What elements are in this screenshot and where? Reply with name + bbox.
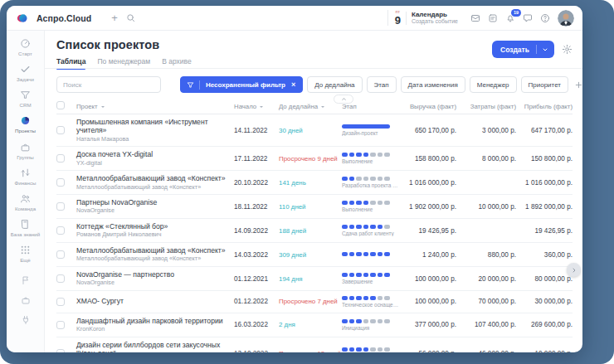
sidebar-item-icon [20, 38, 31, 49]
costs-value: 10 000,00 р. [456, 203, 516, 211]
stage-progress-bar [342, 225, 390, 229]
costs-value: 107 400,00 р. [456, 321, 516, 328]
stage-progress-bar [342, 319, 390, 323]
topbar: Аспро.Cloud + пт 9 Календарь Создать соб… [7, 6, 582, 31]
table-row[interactable]: NovaOrganise — партнерство NovaOrganise … [56, 267, 573, 291]
table-row[interactable]: ХМАО- Сургут 01.12.2022 Просрочено 7 дне… [56, 291, 573, 313]
filter-chip[interactable]: Приоритет [521, 76, 568, 93]
page-header: Список проектов Таблица По менеджерам В … [45, 31, 582, 70]
filter-chip[interactable]: Дата изменения [401, 76, 465, 93]
filter-chip[interactable]: До дедлайна [307, 76, 362, 93]
mail-icon[interactable] [470, 13, 480, 23]
stage-progress-bar [342, 124, 390, 129]
search-icon[interactable] [126, 13, 135, 22]
sidebar-item-label: Группы [17, 154, 34, 160]
scroll-right-button[interactable] [567, 263, 581, 277]
column-header-project[interactable]: Проект [76, 103, 234, 110]
brand-name: Аспро.Cloud [37, 13, 91, 23]
row-checkbox[interactable] [56, 126, 65, 134]
calendar-title: Календарь [412, 11, 458, 19]
divider [536, 45, 537, 54]
filter-funnel-icon [187, 81, 194, 89]
help-icon[interactable] [540, 13, 550, 23]
sidebar-item[interactable]: Группы [7, 142, 44, 160]
table-row[interactable]: Металлообрабатывающий завод «Конспект» М… [56, 171, 573, 195]
desktop-background: Аспро.Cloud + пт 9 Календарь Создать соб… [0, 0, 614, 364]
projects-table: Проект Начало До дедлайна Этап Выручка (… [45, 99, 582, 352]
profit-value: 150 800,00 р. [516, 155, 573, 163]
row-checkbox[interactable] [56, 321, 65, 329]
revenue-value: 1 902 000,00 р. [405, 203, 456, 211]
table-row[interactable]: Ландшафтный дизайн парковой территории K… [56, 313, 573, 337]
column-header-revenue[interactable]: Выручка (факт) [405, 103, 456, 110]
column-header-profit[interactable]: Прибыль (факт) [516, 103, 573, 110]
table-row[interactable]: Металлообрабатывающий завод «Конспект» М… [56, 243, 573, 267]
column-header-stage[interactable]: Этап [342, 103, 405, 110]
user-avatar[interactable] [558, 10, 574, 27]
row-checkbox[interactable] [56, 274, 65, 283]
column-header-deadline[interactable]: До дедлайна [279, 103, 342, 110]
active-filter-chip[interactable]: Несохраненный фильтр × [180, 76, 303, 93]
table-body: Промышленная компания «Инструмент учител… [56, 114, 573, 352]
table-row[interactable]: Промышленная компания «Инструмент учител… [56, 114, 573, 147]
row-checkbox[interactable] [56, 202, 65, 211]
sidebar-extra-icon[interactable] [21, 315, 31, 325]
table-row[interactable]: Коттедж «Стеклянный бор» Романов Дмитрий… [56, 219, 573, 243]
deadline-value: 141 день [279, 179, 342, 187]
sidebar-item[interactable]: Проекты [7, 115, 44, 133]
start-date: 13.10.2022 [234, 350, 279, 352]
calendar-widget[interactable]: пт 9 Календарь Создать событие [387, 10, 463, 26]
notes-icon[interactable] [488, 13, 498, 23]
calendar-create-event[interactable]: Создать событие [412, 18, 458, 25]
row-checkbox[interactable] [56, 250, 65, 259]
project-subtitle: NovaOrganise [76, 279, 229, 287]
search-input[interactable] [56, 76, 161, 93]
sidebar-extra-icon[interactable] [21, 295, 31, 305]
column-header-start[interactable]: Начало [234, 103, 279, 110]
sidebar-item[interactable]: Старт [7, 38, 44, 56]
stage-progress-bar [342, 252, 390, 256]
table-row[interactable]: Доска почета YX-digital YX-digital 17.11… [56, 147, 573, 171]
chat-icon[interactable] [523, 13, 533, 23]
page-settings-gear-icon[interactable] [562, 44, 573, 55]
stage-progress-bar [342, 347, 390, 352]
create-button[interactable]: Создать [492, 41, 554, 58]
row-checkbox[interactable] [56, 154, 65, 163]
table-row[interactable]: Партнеры NovaOrganise NovaOrganise 18.11… [56, 195, 573, 219]
start-date: 14.09.2022 [234, 227, 279, 235]
start-date: 14.11.2022 [234, 127, 279, 134]
close-icon[interactable]: × [291, 80, 295, 89]
row-checkbox[interactable] [56, 178, 65, 187]
sidebar-extra-icon[interactable] [21, 275, 31, 285]
bell-icon[interactable]: 19 [505, 13, 515, 23]
row-checkbox[interactable] [56, 349, 65, 352]
sidebar-item[interactable]: Финансы [7, 167, 44, 186]
start-date: 20.10.2022 [234, 179, 279, 187]
app-window: Аспро.Cloud + пт 9 Календарь Создать соб… [7, 6, 582, 352]
sidebar-item[interactable]: Команда [7, 193, 44, 211]
sidebar-item[interactable]: Ещё [7, 245, 44, 263]
sidebar-item[interactable]: База знаний [7, 219, 44, 237]
collapse-table-button[interactable] [334, 95, 353, 104]
filter-chip[interactable]: Менеджер [470, 76, 517, 93]
column-header-costs[interactable]: Затраты (факт) [456, 103, 516, 110]
add-filter-button[interactable] [573, 79, 582, 91]
sidebar-item[interactable]: Задачи [7, 64, 44, 82]
stage-progress-bar [342, 153, 390, 157]
sidebar-item[interactable]: CRM [7, 90, 44, 108]
deadline-value: 188 дней [279, 227, 342, 235]
profit-value: 19 426,95 р. [516, 227, 573, 235]
quick-add-button[interactable]: + [111, 12, 118, 23]
table-row[interactable]: Дизайн серии биллбордов сети закусочных … [56, 337, 573, 352]
filter-bar: Несохраненный фильтр × До дедлайна Этап … [45, 70, 582, 99]
select-all-checkbox[interactable] [56, 101, 65, 109]
chevron-down-icon[interactable] [542, 46, 554, 53]
sort-caret-icon [101, 106, 105, 109]
row-checkbox[interactable] [56, 298, 65, 306]
start-date: 17.11.2022 [234, 155, 279, 163]
stage-label: Разработка проекта 1 в... [342, 182, 400, 188]
filter-chip[interactable]: Этап [367, 76, 397, 93]
row-checkbox[interactable] [56, 226, 65, 235]
revenue-value: 1 016 000,00 р. [405, 179, 456, 187]
project-name: Металлообрабатывающий завод «Конспект» [76, 174, 229, 182]
